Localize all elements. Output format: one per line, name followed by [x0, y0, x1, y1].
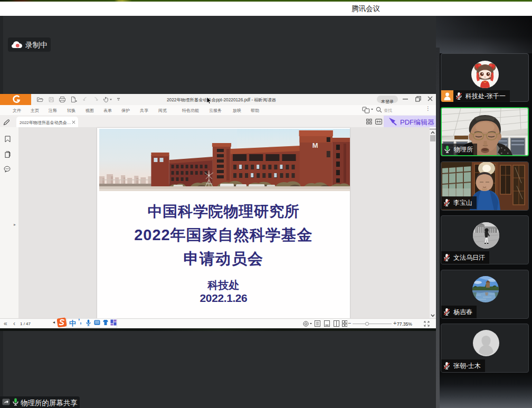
- svg-text:M: M: [312, 141, 318, 149]
